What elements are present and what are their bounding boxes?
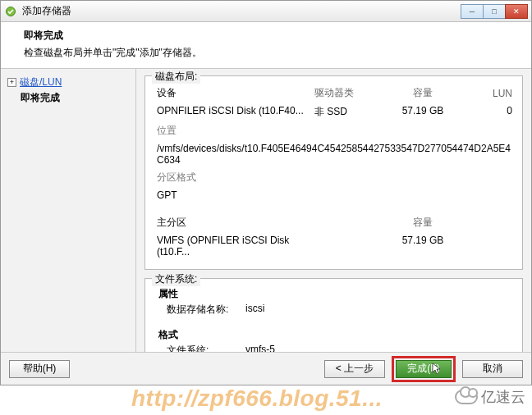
wizard-footer: 帮助(H) < 上一步 完成(F) 取消 <box>1 352 531 385</box>
help-button[interactable]: 帮助(H) <box>9 360 70 378</box>
back-button[interactable]: < 上一步 <box>324 360 385 378</box>
titlebar[interactable]: 添加存储器 ─ □ ✕ <box>1 1 531 22</box>
device-capacity: 57.19 GB <box>382 103 464 121</box>
datastore-name-label: 数据存储名称: <box>167 303 245 317</box>
partition-name: VMFS (OPNFILER iSCSI Disk (t10.F... <box>157 233 313 259</box>
wizard-body: + 磁盘/LUN 即将完成 磁盘布局: 设备 驱动器类 容量 LUN OPN <box>1 69 531 352</box>
device-table: 设备 驱动器类 容量 LUN OPNFILER iSCSI Disk (t10.… <box>155 83 514 204</box>
device-row: OPNFILER iSCSI Disk (t10.F40... 非 SSD 57… <box>157 103 512 121</box>
brand-badge: 亿速云 <box>455 387 525 407</box>
device-name: OPNFILER iSCSI Disk (t10.F40... <box>157 103 313 121</box>
watermark-text: http://zpf666.blog.51... <box>131 385 383 412</box>
primary-capacity-col: 容量 <box>382 214 464 231</box>
device-lun: 0 <box>466 103 512 121</box>
wizard-step-subtitle: 检查磁盘布局并单击"完成"添加"存储器。 <box>24 46 521 60</box>
wizard-header: 即将完成 检查磁盘布局并单击"完成"添加"存储器。 <box>1 22 531 69</box>
wizard-sidebar: + 磁盘/LUN 即将完成 <box>1 69 136 352</box>
finish-button[interactable]: 完成(F) <box>396 360 452 378</box>
partition-row: VMFS (OPNFILER iSCSI Disk (t10.F... 57.1… <box>157 233 512 259</box>
window-title: 添加存储器 <box>22 4 456 18</box>
filesystem-row: 文件系统: vmfs-5 <box>167 344 514 352</box>
sidebar-link-disk-lun[interactable]: 磁盘/LUN <box>20 75 62 89</box>
finish-button-label: 完成(F) <box>407 362 439 376</box>
brand-text: 亿速云 <box>481 387 525 407</box>
col-drivetype: 驱动器类 <box>314 84 380 102</box>
format-heading: 格式 <box>158 328 514 342</box>
maximize-button[interactable]: □ <box>483 4 506 19</box>
disk-layout-panel: 磁盘布局: 设备 驱动器类 容量 LUN OPNFILER iSCSI Disk… <box>144 75 523 270</box>
partition-format-value: GPT <box>157 188 313 203</box>
window-controls: ─ □ ✕ <box>461 4 528 19</box>
finish-highlight: 完成(F) <box>392 356 456 382</box>
partition-format-label: 分区格式 <box>157 169 313 186</box>
wizard-main: 磁盘布局: 设备 驱动器类 容量 LUN OPNFILER iSCSI Disk… <box>136 69 531 352</box>
filesystem-title: 文件系统: <box>152 272 200 286</box>
disk-layout-title: 磁盘布局: <box>152 70 200 84</box>
col-lun: LUN <box>466 84 512 102</box>
partition-capacity: 57.19 GB <box>382 233 464 259</box>
datastore-name-value: iscsi <box>245 303 264 317</box>
location-label: 位置 <box>157 122 313 139</box>
partition-table: 主分区 容量 VMFS (OPNFILER iSCSI Disk (t10.F.… <box>155 212 514 261</box>
dialog-window: 添加存储器 ─ □ ✕ 即将完成 检查磁盘布局并单击"完成"添加"存储器。 + … <box>0 0 532 385</box>
datastore-name-row: 数据存储名称: iscsi <box>167 303 514 317</box>
tree-expand-icon[interactable]: + <box>7 78 16 87</box>
filesystem-value: vmfs-5 <box>245 344 275 352</box>
properties-heading: 属性 <box>158 287 514 301</box>
tree-row-disk-lun[interactable]: + 磁盘/LUN <box>7 75 129 89</box>
close-button[interactable]: ✕ <box>505 4 528 19</box>
col-device: 设备 <box>157 84 313 102</box>
primary-partition-label: 主分区 <box>157 214 313 231</box>
col-capacity: 容量 <box>382 84 464 102</box>
app-icon <box>4 5 17 18</box>
filesystem-label: 文件系统: <box>167 344 245 352</box>
sidebar-step-current: 即将完成 <box>21 91 129 105</box>
location-value: /vmfs/devices/disks/t10.F405E46494C45425… <box>157 141 512 167</box>
device-drivetype: 非 SSD <box>314 103 380 121</box>
wizard-step-title: 即将完成 <box>24 29 521 43</box>
cloud-icon <box>455 390 478 404</box>
cancel-button[interactable]: 取消 <box>462 360 523 378</box>
minimize-button[interactable]: ─ <box>461 4 484 19</box>
filesystem-panel: 文件系统: 属性 数据存储名称: iscsi 格式 文件系统: vmfs-5 块… <box>144 278 523 352</box>
